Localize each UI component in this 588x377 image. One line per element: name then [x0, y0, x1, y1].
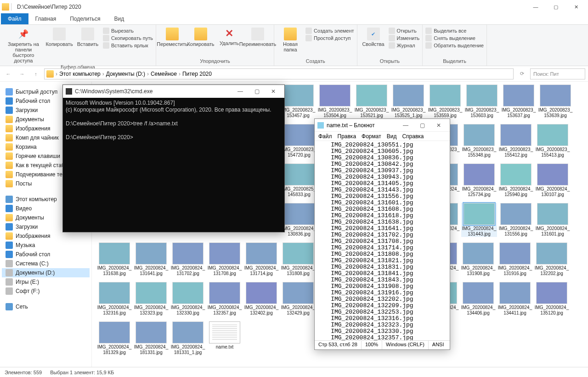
forward-button[interactable]: → — [17, 68, 28, 79]
file-item[interactable]: IMG_20200824_181331.jpg — [133, 321, 169, 355]
file-item[interactable]: IMG_20200823_153504.jpg — [317, 84, 353, 118]
pin-button[interactable]: 📌 Закрепить на панели быстрого доступа — [3, 28, 44, 63]
sidebar-item[interactable]: Софт (F:) — [2, 287, 90, 296]
file-item[interactable]: IMG_20200823_153521.jpg — [354, 84, 390, 118]
cmd-close[interactable]: ✕ — [265, 85, 282, 97]
file-item[interactable]: IMG_20200824_132323.jpg — [133, 282, 169, 316]
file-item[interactable]: IMG_20200824_125734.jpg — [461, 163, 497, 197]
file-item[interactable]: IMG_20200823_154720.jpg — [281, 124, 317, 158]
file-item[interactable]: IMG_20200824_134411.jpg — [497, 282, 533, 316]
file-item[interactable]: IMG_20200824_132402.jpg — [243, 282, 279, 316]
tab-home[interactable]: Главная — [28, 13, 63, 24]
sidebar-item[interactable]: Музыка — [2, 241, 90, 250]
file-item[interactable]: IMG_20200824_132202.jpg — [534, 242, 570, 276]
file-item[interactable]: IMG_20200824_181329.jpg — [96, 321, 132, 355]
sidebar-item[interactable]: Рабочий стол — [2, 250, 90, 259]
file-item[interactable]: IMG_20200824_132357.jpg — [207, 282, 243, 316]
sidebar-item[interactable]: Изображения — [2, 231, 90, 241]
copy-button[interactable]: Копировать — [46, 28, 73, 47]
np-menu-format[interactable]: Формат — [362, 133, 381, 140]
file-item[interactable]: IMG_20200824_181331_1.jpg — [170, 321, 206, 355]
cmd-minimize[interactable]: — — [232, 85, 249, 97]
np-menu-view[interactable]: Вид — [387, 133, 397, 140]
file-item[interactable]: IMG_20200823_153637.jpg — [501, 84, 537, 118]
file-item[interactable]: IMG_20200824_131808.jpg — [280, 242, 316, 276]
sidebar-item[interactable]: Игры (E:) — [2, 277, 90, 287]
select-all-button[interactable]: Выделить все — [425, 28, 484, 34]
tab-share[interactable]: Поделиться — [63, 13, 107, 24]
invert-selection-button[interactable]: Обратить выделение — [425, 42, 484, 49]
easy-access-button[interactable]: Простой доступ — [305, 35, 354, 41]
refresh-button[interactable]: ⟳ — [516, 68, 527, 79]
minimize-button[interactable]: — — [526, 0, 546, 13]
file-item[interactable]: IMG_20200823_153457.jpg — [280, 84, 316, 118]
np-close[interactable]: ✕ — [430, 120, 447, 131]
address-bar[interactable]: › Этот компьютер› Документы (D:)› Семейн… — [44, 68, 514, 79]
file-item[interactable]: IMG_20200824_132429.jpg — [280, 282, 316, 316]
file-item[interactable]: IMG_20200824_131714.jpg — [243, 242, 279, 276]
file-item[interactable]: IMG_20200824_125940.jpg — [498, 163, 534, 197]
tab-file[interactable]: Файл — [1, 13, 28, 24]
np-menu-edit[interactable]: Правка — [338, 133, 356, 140]
np-menu-help[interactable]: Справка — [402, 133, 424, 140]
sidebar-item[interactable]: Система (C:) — [2, 259, 90, 268]
cmd-titlebar[interactable]: C:\Windows\System32\cmd.exe — ▢ ✕ — [63, 85, 284, 98]
np-menu-file[interactable]: Файл — [318, 133, 332, 140]
history-button[interactable]: Журнал — [389, 42, 420, 49]
file-item[interactable]: IMG_20200824_130836.jpg — [281, 203, 317, 237]
copyto-button[interactable]: Копировать — [187, 28, 214, 47]
tab-view[interactable]: Вид — [107, 13, 131, 24]
cut-button[interactable]: Вырезать — [103, 28, 153, 34]
file-item[interactable]: IMG_20200824_134406.jpg — [460, 282, 496, 316]
file-item[interactable]: IMG_20200823_155348.jpg — [461, 124, 497, 158]
paste-button[interactable]: Вставить — [74, 28, 101, 47]
new-item-button[interactable]: Создать элемент — [305, 28, 354, 34]
file-item[interactable]: IMG_20200824_132316.jpg — [96, 282, 132, 316]
np-minimize[interactable]: — — [397, 120, 414, 131]
cmd-output[interactable]: Microsoft Windows [Version 10.0.19042.86… — [63, 98, 284, 143]
copy-path-button[interactable]: Скопировать путь — [103, 35, 153, 41]
delete-button[interactable]: ✕Удалить — [216, 28, 243, 46]
file-item[interactable]: IMG_20200823_153559.jpg — [427, 84, 463, 118]
file-item[interactable]: IMG_20200823_155412.jpg — [498, 124, 534, 158]
file-item[interactable]: IMG_20200824_131443.jpg — [461, 203, 497, 237]
select-none-button[interactable]: Снять выделение — [425, 35, 484, 41]
file-item[interactable]: IMG_20200824_131638.jpg — [96, 242, 132, 276]
notepad-window[interactable]: name.txt – Блокнот — ▢ ✕ Файл Правка Фор… — [314, 118, 450, 350]
new-folder-button[interactable]: Новая папка — [277, 28, 304, 52]
file-item[interactable]: IMG_20200824_132330.jpg — [170, 282, 206, 316]
open-button[interactable]: Открыть — [389, 28, 420, 34]
rename-button[interactable]: Переименовать — [244, 28, 271, 47]
file-item[interactable]: IMG_20200824_131908.jpg — [460, 242, 496, 276]
properties-button[interactable]: ✔Свойства — [360, 28, 387, 47]
maximize-button[interactable]: ▢ — [546, 0, 566, 13]
file-item[interactable]: IMG_20200823_153603.jpg — [464, 84, 500, 118]
file-item[interactable]: IMG_20200824_131601.jpg — [535, 203, 571, 237]
file-item[interactable]: IMG_20200824_131708.jpg — [207, 242, 243, 276]
file-item[interactable]: IMG_20200824_131556.jpg — [498, 203, 534, 237]
file-item[interactable]: IMG_20200823_153525_1.jpg — [390, 84, 426, 118]
up-button[interactable]: ↑ — [30, 68, 41, 79]
notepad-text[interactable]: IMG_20200824_130551.jpg IMG_20200824_130… — [315, 141, 450, 340]
file-item[interactable]: IMG_20200824_131641.jpg — [133, 242, 169, 276]
file-item[interactable]: IMG_20200825_145833.jpg — [281, 163, 317, 197]
sidebar-item[interactable]: Документы (D:) — [2, 268, 90, 277]
paste-shortcut-button[interactable]: Вставить ярлык — [103, 42, 153, 49]
cmd-window[interactable]: C:\Windows\System32\cmd.exe — ▢ ✕ Micros… — [62, 84, 285, 232]
move-button[interactable]: Переместить — [159, 28, 186, 47]
close-button[interactable]: ✕ — [566, 0, 586, 13]
edit-button[interactable]: Изменить — [389, 35, 420, 41]
search-input[interactable]: Поиск: Пит — [530, 68, 585, 79]
np-maximize[interactable]: ▢ — [414, 120, 430, 131]
file-item[interactable]: IMG_20200823_155413.jpg — [535, 124, 571, 158]
back-button[interactable]: ← — [3, 68, 14, 79]
file-item[interactable]: IMG_20200824_131702.jpg — [170, 242, 206, 276]
notepad-titlebar[interactable]: name.txt – Блокнот — ▢ ✕ — [315, 119, 450, 132]
file-item[interactable]: IMG_20200824_135120.jpg — [534, 282, 570, 316]
file-item[interactable]: IMG_20200823_153639.jpg — [537, 84, 573, 118]
file-item[interactable]: IMG_20200824_131916.jpg — [497, 242, 533, 276]
network[interactable]: Сеть — [2, 300, 90, 311]
cmd-maximize[interactable]: ▢ — [249, 85, 265, 97]
file-item[interactable]: name.txt — [207, 321, 243, 355]
file-item[interactable]: IMG_20200824_130107.jpg — [535, 163, 571, 197]
